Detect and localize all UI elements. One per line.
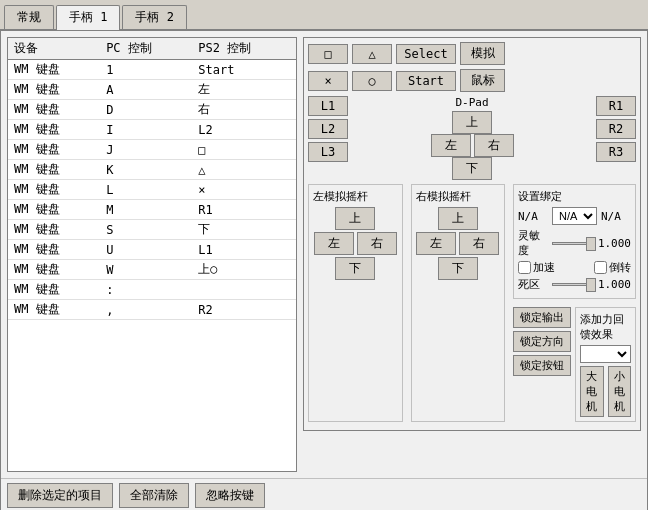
accelerate-label: 加速 bbox=[533, 260, 555, 275]
left-stick-right[interactable]: 右 bbox=[357, 232, 397, 255]
pc-cell: A bbox=[100, 80, 192, 100]
table-row[interactable]: WM 键盘 L × bbox=[8, 180, 296, 200]
square-button[interactable]: □ bbox=[308, 44, 348, 64]
r2-button[interactable]: R2 bbox=[596, 119, 636, 139]
ps2-cell: × bbox=[192, 180, 296, 200]
clear-all-button[interactable]: 全部清除 bbox=[119, 483, 189, 508]
ps2-top-section: □ △ Select 模拟 × ○ Start 鼠标 L1 bbox=[303, 37, 641, 431]
small-motor-button[interactable]: 小电机 bbox=[608, 366, 632, 417]
ff-dropdown[interactable] bbox=[580, 345, 631, 363]
table-row[interactable]: WM 键盘 W 上○ bbox=[8, 260, 296, 280]
deadzone-value: 1.000 bbox=[596, 278, 631, 291]
tab-general[interactable]: 常规 bbox=[4, 5, 54, 29]
reverse-checkbox[interactable] bbox=[594, 261, 607, 274]
device-cell: WM 键盘 bbox=[8, 120, 100, 140]
ps2-cell: 下 bbox=[192, 220, 296, 240]
triangle-button[interactable]: △ bbox=[352, 44, 392, 64]
table-row[interactable]: WM 键盘 M R1 bbox=[8, 200, 296, 220]
l1-button[interactable]: L1 bbox=[308, 96, 348, 116]
tab-pad1[interactable]: 手柄 1 bbox=[56, 5, 120, 30]
right-stick-right[interactable]: 右 bbox=[459, 232, 499, 255]
dpad-up-button[interactable]: 上 bbox=[452, 111, 492, 134]
right-stick-lr: 左 右 bbox=[416, 232, 499, 255]
device-cell: WM 键盘 bbox=[8, 300, 100, 320]
pc-cell: , bbox=[100, 300, 192, 320]
lock-buttons-button[interactable]: 锁定按钮 bbox=[513, 355, 571, 376]
joystick-section: 左模拟摇杆 上 左 右 下 右模拟摇杆 bbox=[308, 184, 636, 422]
ff-label: 添加力回馈效果 bbox=[580, 312, 631, 342]
pc-cell: U bbox=[100, 240, 192, 260]
right-stick-label: 右模拟摇杆 bbox=[416, 189, 501, 204]
device-table: 设备 PC 控制 PS2 控制 WM 键盘 1 Start WM 键盘 A 左 … bbox=[8, 38, 296, 320]
r3-button[interactable]: R3 bbox=[596, 142, 636, 162]
bottom-bar: 删除选定的项目 全部清除 忽略按键 bbox=[1, 478, 647, 510]
table-row[interactable]: WM 键盘 : bbox=[8, 280, 296, 300]
table-row[interactable]: WM 键盘 S 下 bbox=[8, 220, 296, 240]
right-stick-down[interactable]: 下 bbox=[438, 257, 478, 280]
l-buttons: L1 L2 L3 bbox=[308, 96, 348, 162]
l3-button[interactable]: L3 bbox=[308, 142, 348, 162]
table-row[interactable]: WM 键盘 A 左 bbox=[8, 80, 296, 100]
l2-button[interactable]: L2 bbox=[308, 119, 348, 139]
dpad-down-button[interactable]: 下 bbox=[452, 157, 492, 180]
col-header-device: 设备 bbox=[8, 38, 100, 60]
ps2-cell: L2 bbox=[192, 120, 296, 140]
device-cell: WM 键盘 bbox=[8, 60, 100, 80]
device-cell: WM 键盘 bbox=[8, 80, 100, 100]
right-stick-box: 右模拟摇杆 上 左 右 下 bbox=[411, 184, 506, 422]
tab-bar: 常规 手柄 1 手柄 2 bbox=[0, 0, 648, 31]
ff-motor-buttons: 大电机 小电机 bbox=[580, 366, 631, 417]
ignore-button[interactable]: 忽略按键 bbox=[195, 483, 265, 508]
r-buttons: R1 R2 R3 bbox=[596, 96, 636, 162]
controller-panel: □ △ Select 模拟 × ○ Start 鼠标 L1 bbox=[303, 37, 641, 472]
circle-button[interactable]: ○ bbox=[352, 71, 392, 91]
table-row[interactable]: WM 键盘 1 Start bbox=[8, 60, 296, 80]
right-stick-left[interactable]: 左 bbox=[416, 232, 456, 255]
table-row[interactable]: WM 键盘 U L1 bbox=[8, 240, 296, 260]
right-stick-controls: 上 左 右 下 bbox=[416, 207, 501, 280]
device-cell: WM 键盘 bbox=[8, 200, 100, 220]
dpad-lr-row: 左 右 bbox=[431, 134, 514, 157]
simulate-button[interactable]: 模拟 bbox=[460, 42, 505, 65]
deadzone-thumb[interactable] bbox=[586, 278, 596, 292]
content-area: 设备 PC 控制 PS2 控制 WM 键盘 1 Start WM 键盘 A 左 … bbox=[1, 31, 647, 478]
ps2-cell: 右 bbox=[192, 100, 296, 120]
col-header-ps2: PS2 控制 bbox=[192, 38, 296, 60]
select-button[interactable]: Select bbox=[396, 44, 456, 64]
accelerate-checkbox-label[interactable]: 加速 bbox=[518, 260, 555, 275]
dpad-center: D-Pad 上 左 右 下 bbox=[354, 96, 590, 180]
device-cell: WM 键盘 bbox=[8, 260, 100, 280]
accelerate-checkbox[interactable] bbox=[518, 261, 531, 274]
dpad-right-button[interactable]: 右 bbox=[474, 134, 514, 157]
ps2-cell: △ bbox=[192, 160, 296, 180]
table-row[interactable]: WM 键盘 I L2 bbox=[8, 120, 296, 140]
reverse-checkbox-label[interactable]: 倒转 bbox=[594, 260, 631, 275]
settings-dropdown[interactable]: N/A bbox=[552, 207, 597, 225]
dpad-label: D-Pad bbox=[455, 96, 488, 109]
right-stick-up[interactable]: 上 bbox=[438, 207, 478, 230]
table-row[interactable]: WM 键盘 , R2 bbox=[8, 300, 296, 320]
left-stick-up[interactable]: 上 bbox=[335, 207, 375, 230]
left-stick-left[interactable]: 左 bbox=[314, 232, 354, 255]
table-row[interactable]: WM 键盘 J □ bbox=[8, 140, 296, 160]
large-motor-button[interactable]: 大电机 bbox=[580, 366, 604, 417]
force-feedback-section: 添加力回馈效果 大电机 小电机 bbox=[575, 307, 636, 422]
left-stick-lr: 左 右 bbox=[314, 232, 397, 255]
ps2-cell: R1 bbox=[192, 200, 296, 220]
start-button[interactable]: Start bbox=[396, 71, 456, 91]
ps2-row1: □ △ Select 模拟 bbox=[308, 42, 636, 65]
dpad-left-button[interactable]: 左 bbox=[431, 134, 471, 157]
sensitivity-thumb[interactable] bbox=[586, 237, 596, 251]
r1-button[interactable]: R1 bbox=[596, 96, 636, 116]
lock-output-button[interactable]: 锁定输出 bbox=[513, 307, 571, 328]
delete-button[interactable]: 删除选定的项目 bbox=[7, 483, 113, 508]
ps2-cell: R2 bbox=[192, 300, 296, 320]
table-row[interactable]: WM 键盘 K △ bbox=[8, 160, 296, 180]
lock-direction-button[interactable]: 锁定方向 bbox=[513, 331, 571, 352]
table-row[interactable]: WM 键盘 D 右 bbox=[8, 100, 296, 120]
tab-pad2[interactable]: 手柄 2 bbox=[122, 5, 186, 29]
left-stick-down[interactable]: 下 bbox=[335, 257, 375, 280]
mouse-button[interactable]: 鼠标 bbox=[460, 69, 505, 92]
cross-button[interactable]: × bbox=[308, 71, 348, 91]
sensitivity-track bbox=[552, 242, 592, 245]
